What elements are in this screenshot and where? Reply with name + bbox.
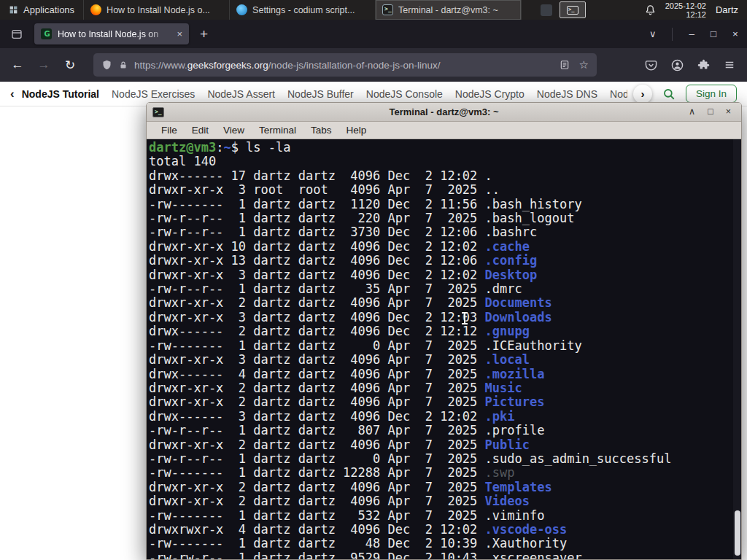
terminal-menu-item[interactable]: Help (339, 123, 374, 137)
terminal-scrollbar[interactable] (733, 139, 741, 559)
tab-close-icon[interactable]: × (177, 28, 182, 39)
subnav-link[interactable]: NodeJS Exercises (112, 88, 195, 100)
extensions-puzzle-icon[interactable] (697, 59, 710, 71)
terminal-menu-item[interactable]: Terminal (252, 123, 303, 137)
terminal-line: drwxr-xr-x 2 dartz dartz 4096 Apr 7 2025… (149, 438, 732, 452)
taskbar-window-list: How to Install Node.js o... Settings - c… (84, 0, 522, 20)
file-name: .viminfo (485, 508, 545, 523)
account-avatar-icon[interactable] (671, 59, 684, 71)
terminal-menu-item[interactable]: Edit (185, 123, 216, 137)
file-name: .local (485, 352, 530, 367)
window-favicon-icon (90, 4, 101, 15)
file-meta: drwxr-xr-x 3 dartz dartz 4096 Dec 2 12:0… (149, 310, 485, 324)
subnav-link[interactable]: NodeJS Console (366, 88, 443, 100)
url-text[interactable]: https://www.geeksforgeeks.org/node-js/in… (134, 60, 553, 71)
tray-terminal-icon[interactable] (560, 1, 586, 18)
tray-app-icon[interactable] (541, 4, 552, 16)
clock[interactable]: 2025-12-02 12:12 (665, 1, 706, 19)
pocket-icon[interactable] (645, 59, 657, 71)
url-domain: geeksforgeeks.org (187, 60, 268, 71)
file-name: Templates (485, 480, 552, 494)
subnav-link[interactable]: NodeJS Crypto (455, 88, 525, 100)
file-meta: -rw-rw-r-- 1 dartz dartz 9529 Dec 2 10:4… (149, 551, 485, 559)
file-meta: drwxr-xr-x 10 dartz dartz 4096 Dec 2 12:… (149, 239, 485, 254)
reader-view-icon[interactable] (560, 60, 570, 70)
terminal-line: -rw------- 1 dartz dartz 12288 Apr 7 202… (149, 466, 732, 480)
search-icon[interactable] (662, 88, 676, 101)
file-name: Pictures (485, 394, 545, 409)
file-name: Videos (485, 494, 530, 508)
padlock-icon[interactable] (119, 60, 128, 71)
new-tab-button[interactable]: + (196, 27, 212, 41)
file-name: Documents (485, 295, 552, 310)
terminal-titlebar[interactable]: Terminal - dartz@vm3: ~ ∧ □ × (147, 103, 741, 122)
scroll-right-chevron-icon[interactable]: › (633, 85, 652, 104)
terminal-line: drwxr-xr-x 2 dartz dartz 4096 Apr 7 2025… (149, 494, 732, 508)
terminal-window: Terminal - dartz@vm3: ~ ∧ □ × File Edit … (146, 102, 742, 560)
terminal-minimize-button[interactable]: ∧ (689, 107, 695, 117)
subnav-link[interactable]: NodeJS DNS (537, 88, 597, 100)
scroll-left-chevron-icon[interactable]: ‹ (10, 87, 15, 101)
terminal-title: Terminal - dartz@vm3: ~ (147, 106, 741, 117)
subnav-link[interactable]: NodeJS Tutorial (22, 88, 99, 100)
back-button[interactable]: ← (9, 58, 26, 72)
terminal-menu-item[interactable]: File (154, 123, 185, 137)
bookmark-star-icon[interactable]: ☆ (579, 58, 589, 71)
terminal-line: drwxr-xr-x 3 dartz dartz 4096 Dec 2 12:0… (149, 268, 732, 282)
file-meta: -rw------- 1 dartz dartz 12288 Apr 7 202… (149, 465, 485, 480)
file-name: .swp (485, 465, 515, 480)
file-meta: -rw------- 1 dartz dartz 532 Apr 7 2025 (149, 508, 485, 523)
terminal-line: -rw------- 1 dartz dartz 48 Dec 2 10:39 … (149, 537, 732, 551)
file-name: Desktop (485, 268, 538, 282)
list-all-tabs-icon[interactable]: ∨ (649, 28, 657, 39)
sign-in-button[interactable]: Sign In (686, 85, 737, 103)
terminal-maximize-button[interactable]: □ (708, 107, 713, 117)
prompt-path: ~ (223, 140, 231, 155)
terminal-line: drwxr-xr-x 3 dartz dartz 4096 Apr 7 2025… (149, 353, 732, 367)
terminal-line: drwx------ 2 dartz dartz 4096 Dec 2 12:1… (149, 324, 732, 338)
terminal-close-button[interactable]: × (726, 107, 731, 117)
file-meta: -rw------- 1 dartz dartz 1120 Dec 2 11:5… (149, 197, 485, 211)
file-meta: drwxr-xr-x 2 dartz dartz 4096 Apr 7 2025 (149, 394, 485, 409)
file-name: .mozilla (485, 367, 545, 381)
terminal-line: drwxr-xr-x 10 dartz dartz 4096 Dec 2 12:… (149, 240, 732, 254)
window-minimize-button[interactable]: – (689, 28, 694, 39)
firefox-view-icon[interactable] (6, 24, 28, 44)
terminal-content[interactable]: dartz@vm3:~$ ls -la total 140 drwx------… (147, 139, 741, 559)
scrollbar-thumb[interactable] (735, 510, 740, 556)
subnav-link[interactable]: NodeJS Buffer (287, 88, 354, 100)
navigation-toolbar: ← → ↻ https://www.geeksforgeeks.org/node… (0, 48, 747, 82)
terminal-menu-item[interactable]: View (216, 123, 252, 137)
terminal-window-buttons: ∧ □ × (689, 107, 735, 117)
notification-bell-icon[interactable] (645, 4, 656, 15)
file-name: .vscode-oss (485, 522, 568, 537)
browser-tab[interactable]: How to Install Node.js on × (34, 23, 189, 44)
forward-button[interactable]: → (35, 58, 53, 72)
taskbar-window-button[interactable]: How to Install Node.js o... (84, 0, 230, 20)
window-maximize-button[interactable]: □ (711, 28, 716, 39)
subnav-link[interactable]: Node (610, 88, 627, 100)
subnav-link[interactable]: NodeJS Assert (207, 88, 275, 100)
terminal-total-line: total 140 (149, 155, 732, 168)
file-meta: drwxr-xr-x 2 dartz dartz 4096 Apr 7 2025 (149, 381, 485, 395)
terminal-line: -rw-r--r-- 1 dartz dartz 220 Apr 7 2025 … (149, 211, 732, 225)
window-close-button[interactable]: × (732, 28, 738, 39)
terminal-line: drwxr-xr-x 2 dartz dartz 4096 Apr 7 2025… (149, 395, 732, 409)
applications-menu-button[interactable]: Applications (0, 0, 84, 20)
terminal-line: -rw------- 1 dartz dartz 0 Apr 7 2025 .I… (149, 339, 732, 353)
hamburger-menu-icon[interactable] (724, 60, 735, 70)
prompt-separator: : (216, 140, 223, 155)
terminal-line: drwxr-xr-x 2 dartz dartz 4096 Apr 7 2025… (149, 296, 732, 310)
url-bar[interactable]: https://www.geeksforgeeks.org/node-js/in… (93, 53, 597, 77)
terminal-menu-item[interactable]: Tabs (303, 123, 339, 137)
reload-button[interactable]: ↻ (61, 58, 79, 73)
file-name: .sudo_as_admin_successful (485, 451, 672, 466)
geeksforgeeks-favicon-icon (41, 28, 52, 39)
tracking-shield-icon[interactable] (101, 59, 112, 71)
file-meta: -rw-r--r-- 1 dartz dartz 3730 Dec 2 12:0… (149, 225, 485, 239)
taskbar-window-button[interactable]: Terminal - dartz@vm3: ~ (376, 0, 522, 20)
file-name: .pki (485, 409, 515, 424)
file-meta: -rw-r--r-- 1 dartz dartz 807 Apr 7 2025 (149, 423, 485, 438)
user-menu[interactable]: Dartz (716, 4, 738, 15)
taskbar-window-button[interactable]: Settings - codium script... (230, 0, 376, 20)
